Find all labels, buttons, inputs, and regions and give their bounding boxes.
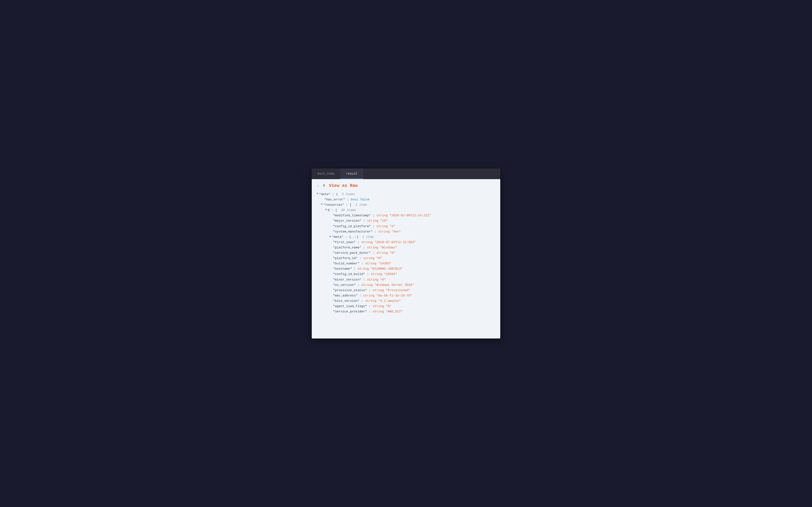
json-key: "config_id_build" [333,272,365,277]
json-line: "major_version" : string "10" [317,218,495,224]
json-meta: 1 item [358,234,373,240]
collapse-arrow[interactable] [325,208,327,212]
json-line: 0 : { 39 items [317,208,495,213]
json-colon: : [365,272,371,277]
json-bool-value: bool false [351,197,369,202]
json-key: "mac_address" [333,293,357,298]
json-string-value: string "3" [376,224,395,229]
json-line: "os_version" : string "Windows Server 20… [317,282,495,288]
json-key: "platform_name" [333,245,361,250]
json-key: "first_seen" [333,240,356,245]
json-colon: : [352,266,357,272]
json-colon: : [344,202,350,208]
json-key: 0 : [328,208,335,213]
json-line: "platform_name" : string "Windows" [317,245,495,250]
collapse-arrow[interactable] [317,192,318,196]
json-key: "has_error" [324,197,345,202]
json-colon: : [371,213,376,218]
json-key: "data" [319,192,331,197]
json-key: "provision_status" [333,288,367,293]
json-key: "resources" [323,202,344,208]
json-bracket: {...} [349,234,358,240]
json-string-value: string "0" [363,256,382,261]
json-colon: : [331,192,336,197]
json-key: "service_pack_minor" [333,250,371,256]
json-colon: : [367,309,372,314]
json-bracket: [ [350,202,352,208]
json-line: "hostname" : string "EC2AMAZ-JSB7B13" [317,266,495,272]
json-line: "platform_id" : string "0" [317,256,495,261]
json-line: "service_provider" : string "AWS_EC2" [317,309,495,314]
json-string-value: string "0" [373,304,392,309]
json-line: "has_error" : bool false [317,197,495,202]
json-colon: : [367,304,372,309]
json-line: "build_number" : string "14393" [317,261,495,266]
json-line: "minor_version" : string "0" [317,277,495,282]
json-string-value: string "Provisioned" [373,288,410,293]
json-line: "first_seen" : string "2019-07-04T11:22:… [317,240,495,245]
json-string-value: string "0a-5b-f1-2b-2d-76" [363,293,412,298]
json-colon: : [359,261,365,266]
json-line: "system_manufacturer" : string "Xen" [317,229,495,234]
json-line: "config_id_platform" : string "3" [317,224,495,229]
json-string-value: string "0" [376,250,395,256]
tab-exit-code[interactable]: exit_code [312,169,340,179]
exit-code-value: 0 [323,184,325,187]
json-colon: : [361,218,367,224]
json-line: "bios_version" : string "4.2.amazon" [317,298,495,304]
json-colon: : [371,224,376,229]
json-colon: : [361,277,367,282]
tab-result[interactable]: result [340,169,363,179]
json-key: "major_version" [333,218,361,224]
main-window: exit_code result ☆ 0 View as Raw "data" … [312,169,500,338]
json-line: "resources" : [ 1 item [317,202,495,208]
json-key: "system_manufacturer" [333,229,373,234]
json-key: "agent_load_flags" [333,304,367,309]
json-colon: : [367,288,372,293]
view-as-raw-link[interactable]: View as Raw [329,183,358,188]
json-key: "platform_id" [333,256,357,261]
json-key: "config_id_platform" [333,224,371,229]
json-line: "provision_status" : string "Provisioned… [317,288,495,293]
json-line: "agent_load_flags" : string "0" [317,304,495,309]
json-line: "data" : { 3 items [317,192,495,197]
json-key: "minor_version" [333,277,361,282]
json-string-value: string "0" [367,277,386,282]
json-colon: : [357,293,363,298]
json-string-value: string "10" [367,218,388,224]
json-string-value: string "Windows Server 2016" [361,282,414,288]
json-colon: : [359,298,365,304]
json-line: "meta" : {...} 1 item [317,234,495,240]
json-meta: 39 items [337,208,356,213]
json-colon: : [356,282,361,288]
top-bar: ☆ 0 View as Raw [317,183,495,188]
json-colon: : [361,245,367,250]
json-string-value: string "14393" [365,261,392,266]
json-string-value: string "Xen" [378,229,401,234]
expand-arrow[interactable] [329,234,331,238]
json-colon: : [356,240,361,245]
json-string-value: string "Windows" [367,245,397,250]
json-colon: : [343,234,349,240]
json-key: "meta" [332,234,343,240]
json-colon: : [373,229,378,234]
collapse-arrow[interactable] [321,202,322,207]
json-key: "bios_version" [333,298,359,304]
json-line: "mac_address" : string "0a-5b-f1-2b-2d-7… [317,293,495,298]
json-meta: 3 items [338,192,355,197]
tab-bar: exit_code result [312,169,500,179]
json-bracket: { [336,192,338,197]
star-icon[interactable]: ☆ [317,183,319,188]
json-colon: : [357,256,363,261]
json-key: "hostname" [333,266,352,272]
json-string-value: string "10504" [371,272,397,277]
json-colon: : [371,250,376,256]
content-area: ☆ 0 View as Raw "data" : { 3 items"has_e… [312,179,500,338]
json-string-value: string "4.2.amazon" [365,298,401,304]
json-bracket: { [335,208,337,213]
json-key: "os_version" [333,282,356,288]
json-line: "config_id_build" : string "10504" [317,272,495,277]
json-key: "service_provider" [333,309,367,314]
json-line: "modified_timestamp" : string "2020-02-0… [317,213,495,218]
json-string-value: string "AWS_EC2" [373,309,403,314]
